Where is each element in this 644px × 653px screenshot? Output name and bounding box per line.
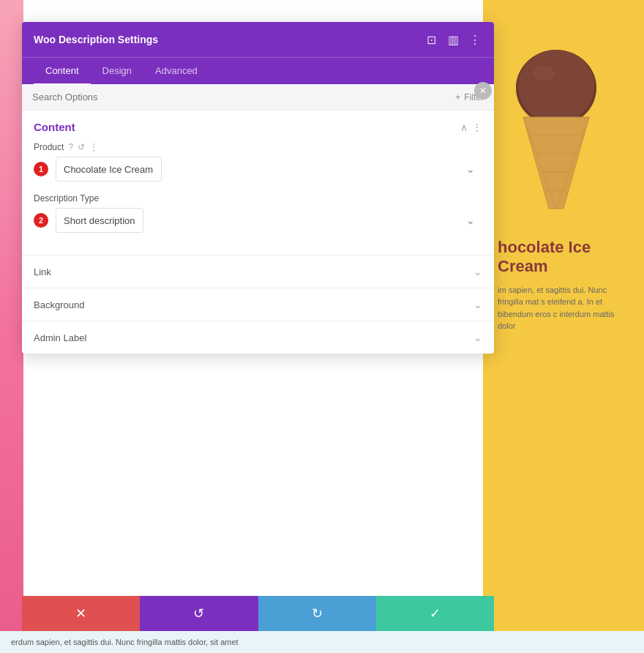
section-header-actions: ∧ ⋮ <box>460 122 482 133</box>
tab-design[interactable]: Design <box>91 58 143 85</box>
svg-marker-3 <box>523 117 589 209</box>
product-help-icon[interactable]: ? <box>68 142 73 152</box>
content-section: Content ∧ ⋮ Product ? ↺ ⋮ 1 <box>22 111 494 255</box>
product-reset-icon[interactable]: ↺ <box>78 142 85 152</box>
admin-label-section: Admin Label ⌄ <box>22 321 494 354</box>
description-type-label: Description Type <box>34 193 99 204</box>
tab-content[interactable]: Content <box>34 58 91 85</box>
description-type-select[interactable]: Short description <box>56 208 143 233</box>
refresh-icon: ↻ <box>312 605 323 622</box>
link-section: Link ⌄ <box>22 255 494 288</box>
section-title: Content <box>34 121 75 133</box>
reset-button[interactable]: ↺ <box>140 596 258 631</box>
description-type-select-wrapper: Short description <box>56 208 482 233</box>
admin-label-section-header[interactable]: Admin Label ⌄ <box>22 321 494 354</box>
svg-point-1 <box>518 50 594 123</box>
product-field-row: Product ? ↺ ⋮ 1 Chocolate Ice Cream <box>34 142 482 182</box>
product-more-icon[interactable]: ⋮ <box>89 142 98 152</box>
panel-tabs: Content Design Advanced <box>22 57 494 84</box>
panel-header-icons: ⊡ ▥ ⋮ <box>424 32 482 47</box>
link-section-title: Link <box>34 266 51 277</box>
save-icon: ✓ <box>430 605 441 622</box>
product-select[interactable]: Chocolate Ice Cream <box>56 157 162 182</box>
reset-icon: ↺ <box>193 605 204 622</box>
collapse-section-icon[interactable]: ∧ <box>460 122 468 133</box>
product-text-area: hocolate Ice Cream im sapien, et sagitti… <box>483 227 644 343</box>
link-chevron-icon: ⌄ <box>473 266 482 277</box>
description-type-badge: 2 <box>34 213 48 228</box>
bottom-text: erdum sapien, et sagittis dui. Nunc frin… <box>11 638 239 646</box>
section-header: Content ∧ ⋮ <box>34 121 482 133</box>
ice-cream-illustration <box>501 29 611 220</box>
close-panel-button[interactable]: ✕ <box>474 82 492 100</box>
panel-title: Woo Description Settings <box>34 34 158 45</box>
filter-plus-icon: + <box>455 92 460 102</box>
svg-point-2 <box>533 66 555 81</box>
panel-body: Content ∧ ⋮ Product ? ↺ ⋮ 1 <box>22 111 494 354</box>
background-section-title: Background <box>34 299 84 310</box>
link-section-header[interactable]: Link ⌄ <box>22 255 494 288</box>
action-bar: ✕ ↺ ↻ ✓ <box>22 596 494 631</box>
description-type-field-row: Description Type 2 Short description <box>34 193 482 233</box>
admin-label-chevron-icon: ⌄ <box>473 332 482 343</box>
product-image-area <box>490 22 622 227</box>
admin-label-section-title: Admin Label <box>34 332 86 343</box>
panel-header: Woo Description Settings ⊡ ▥ ⋮ <box>22 22 494 57</box>
description-type-select-row: 2 Short description <box>34 208 482 233</box>
search-bar: + Filter <box>22 84 494 111</box>
description-type-label-row: Description Type <box>34 193 482 204</box>
tab-advanced[interactable]: Advanced <box>143 58 209 85</box>
left-gradient-strip <box>0 0 23 653</box>
product-select-row: 1 Chocolate Ice Cream <box>34 157 482 182</box>
product-description: im sapien, et sagittis dui. Nunc fringil… <box>498 284 629 332</box>
background-chevron-icon: ⌄ <box>473 299 482 310</box>
refresh-button[interactable]: ↻ <box>258 596 376 631</box>
search-input[interactable] <box>32 92 394 102</box>
cancel-button[interactable]: ✕ <box>22 596 140 631</box>
product-select-wrapper: Chocolate Ice Cream <box>56 157 482 182</box>
background-section: Background ⌄ <box>22 288 494 321</box>
more-options-icon[interactable]: ⋮ <box>468 32 482 47</box>
product-label: Product <box>34 142 64 152</box>
section-more-icon[interactable]: ⋮ <box>472 122 482 133</box>
product-badge: 1 <box>34 162 48 176</box>
product-title: hocolate Ice Cream <box>498 238 629 277</box>
settings-panel: Woo Description Settings ⊡ ▥ ⋮ Content D… <box>22 22 494 354</box>
bottom-text-bar: erdum sapien, et sagittis dui. Nunc frin… <box>0 631 644 653</box>
product-label-row: Product ? ↺ ⋮ <box>34 142 482 152</box>
cancel-icon: ✕ <box>75 605 86 622</box>
layout-icon[interactable]: ▥ <box>446 32 460 47</box>
background-section-header[interactable]: Background ⌄ <box>22 288 494 321</box>
save-button[interactable]: ✓ <box>376 596 494 631</box>
resize-icon[interactable]: ⊡ <box>424 32 438 47</box>
